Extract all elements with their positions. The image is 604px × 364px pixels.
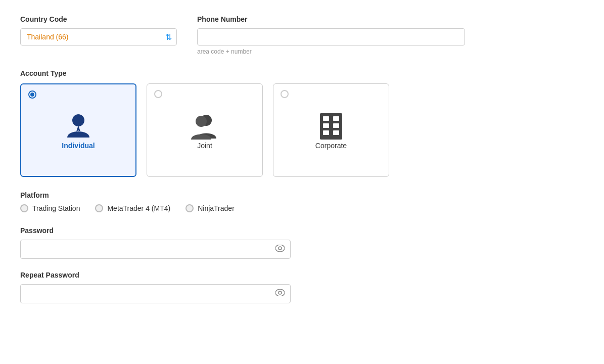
platform-label: Platform — [20, 191, 584, 199]
repeat-password-eye-icon[interactable] — [275, 289, 285, 298]
radio-corporate — [281, 90, 289, 98]
phone-number-input[interactable] — [197, 28, 465, 46]
svg-rect-9 — [323, 130, 329, 135]
joint-label: Joint — [197, 142, 212, 150]
svg-rect-6 — [333, 116, 339, 121]
individual-icon — [63, 111, 94, 142]
svg-rect-5 — [323, 116, 329, 121]
radio-joint — [154, 90, 162, 98]
svg-point-12 — [278, 247, 282, 250]
account-type-row: Individual Joint — [20, 83, 584, 177]
ninjatrader-label: NinjaTrader — [198, 204, 235, 212]
joint-icon — [187, 111, 222, 142]
radio-metatrader4-dot — [95, 204, 103, 212]
svg-point-0 — [72, 114, 84, 126]
individual-label: Individual — [62, 142, 95, 150]
radio-ninjatrader-dot — [185, 204, 194, 212]
account-type-label: Account Type — [20, 69, 584, 77]
password-label: Password — [20, 226, 584, 235]
metatrader4-label: MetaTrader 4 (MT4) — [107, 204, 170, 212]
radio-individual — [28, 90, 36, 99]
svg-point-14 — [278, 291, 282, 294]
phone-hint: area code + number — [197, 48, 584, 55]
country-code-label: Country Code — [20, 15, 177, 23]
svg-marker-1 — [76, 125, 80, 131]
repeat-password-input[interactable] — [20, 284, 291, 303]
password-eye-icon[interactable] — [275, 245, 285, 254]
svg-rect-10 — [333, 130, 339, 135]
account-card-joint[interactable]: Joint — [147, 83, 263, 177]
account-card-individual[interactable]: Individual — [20, 83, 136, 177]
corporate-label: Corporate — [315, 142, 347, 150]
password-input[interactable] — [20, 240, 291, 259]
repeat-password-label: Repeat Password — [20, 271, 584, 279]
corporate-icon — [317, 111, 345, 142]
svg-rect-7 — [323, 123, 329, 128]
svg-point-3 — [196, 116, 207, 127]
account-card-corporate[interactable]: Corporate — [273, 83, 389, 177]
platform-trading-station[interactable]: Trading Station — [20, 204, 80, 212]
platform-metatrader4[interactable]: MetaTrader 4 (MT4) — [95, 204, 170, 212]
phone-number-label: Phone Number — [197, 15, 584, 23]
trading-station-label: Trading Station — [32, 204, 80, 212]
svg-rect-8 — [333, 123, 339, 128]
platform-radio-group: Trading Station MetaTrader 4 (MT4) Ninja… — [20, 204, 584, 212]
platform-ninjatrader[interactable]: NinjaTrader — [185, 204, 235, 212]
country-code-select[interactable]: Thailand (66) — [20, 28, 177, 46]
radio-trading-station-dot — [20, 204, 28, 212]
svg-point-13 — [275, 289, 285, 296]
svg-point-11 — [275, 245, 285, 252]
